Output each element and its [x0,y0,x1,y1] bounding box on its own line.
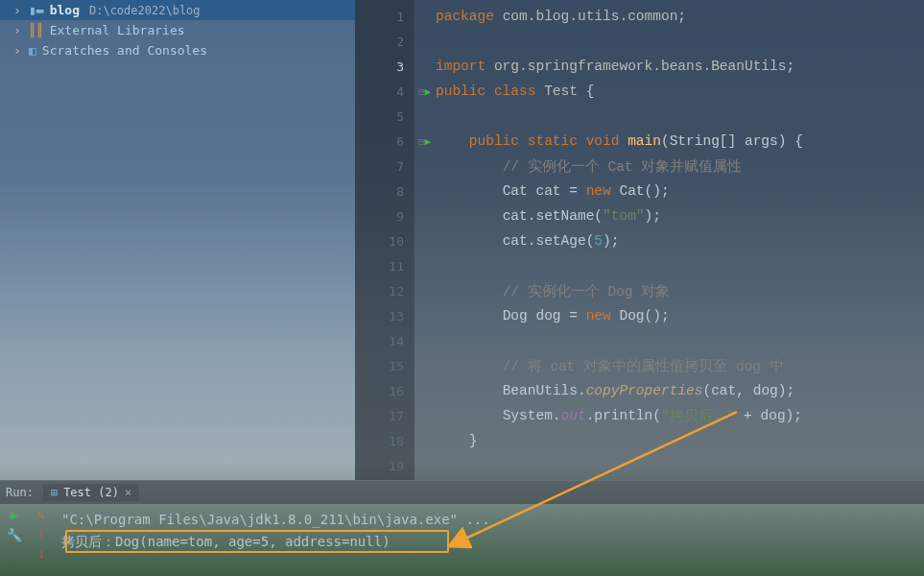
run-tool-window: Run: ⊞ Test (2) × ▶ 🔧 ✎ ↑ ↓ "C:\Program … [0,480,924,576]
folding-column[interactable]: ⊟⊟⌃ [415,0,428,480]
fold-marker[interactable] [415,278,428,303]
fold-marker[interactable] [415,29,428,54]
line-number[interactable]: 17 [355,403,414,428]
code-line[interactable] [428,328,924,353]
code-line[interactable] [428,104,924,129]
libraries-icon: ║║ [29,23,44,37]
project-path-label: D:\code2022\blog [89,4,201,17]
folder-icon: ▮▬ [29,3,44,17]
chevron-right-icon: › [13,43,23,58]
sidebar-item-label: External Libraries [50,23,185,37]
fold-marker[interactable] [415,54,428,79]
run-tab[interactable]: ⊞ Test (2) × [43,484,139,501]
console-line: 拷贝后：Dog(name=tom, age=5, address=null) [61,531,916,554]
line-number[interactable]: 18 [355,428,414,453]
code-line[interactable]: // 实例化一个 Dog 对象 [428,278,924,303]
fold-marker[interactable] [415,328,428,353]
code-line[interactable]: Dog dog = new Dog(); [428,303,924,328]
code-line[interactable]: Cat cat = new Cat(); [428,179,924,204]
chevron-right-icon: › [13,3,23,17]
code-line[interactable]: // 将 cat 对象中的属性值拷贝至 dog 中 [428,353,924,378]
code-editor[interactable]: 1234▶56▶78910111213141516171819 ⊟⊟⌃ pack… [355,0,924,480]
line-number[interactable]: 7 [355,154,414,179]
line-number[interactable]: 8 [355,179,414,204]
run-title-label: Run: [6,486,34,499]
fold-marker[interactable] [415,104,428,129]
fold-marker[interactable] [415,378,428,403]
settings-button[interactable]: 🔧 [7,528,22,542]
line-number[interactable]: 10 [355,228,414,253]
project-sidebar[interactable]: › ▮▬ blog D:\code2022\blog › ║║ External… [0,0,355,480]
fold-marker[interactable] [415,453,428,478]
scratches-icon: ◧ [29,43,36,58]
run-header: Run: ⊞ Test (2) × [0,481,924,504]
fold-marker[interactable] [415,253,428,278]
scroll-up-button[interactable]: ↑ [37,526,45,541]
sidebar-item-scratches[interactable]: › ◧ Scratches and Consoles [0,40,355,60]
code-line[interactable] [428,253,924,278]
run-gutter-icon[interactable]: ▶ [424,85,431,98]
fold-marker[interactable] [415,403,428,428]
code-line[interactable]: } [428,428,924,453]
run-toolbar: ▶ 🔧 [0,504,29,576]
code-line[interactable]: public static void main(String[] args) { [428,129,924,154]
code-line[interactable]: cat.setAge(5); [428,228,924,253]
console-output[interactable]: "C:\Program Files\Java\jdk1.8.0_211\bin\… [54,504,924,576]
code-line[interactable]: // 实例化一个 Cat 对象并赋值属性 [428,154,924,179]
run-gutter-icon[interactable]: ▶ [424,135,431,148]
line-number[interactable]: 3 [355,54,414,79]
line-number[interactable]: 6▶ [355,129,414,154]
line-number[interactable]: 1 [355,4,414,29]
project-name-label: blog [50,3,80,17]
scroll-down-button[interactable]: ↓ [37,545,45,561]
line-number[interactable]: 13 [355,303,414,328]
fold-marker[interactable] [415,154,428,179]
line-number[interactable]: 5 [355,104,414,129]
fold-marker[interactable]: ⌃ [415,428,428,453]
line-number[interactable]: 19 [355,453,414,478]
chevron-right-icon: › [13,23,23,37]
fold-marker[interactable] [415,4,428,29]
code-line[interactable]: cat.setName("tom"); [428,204,924,228]
code-area[interactable]: package com.blog.utils.common;import org… [428,0,924,480]
sidebar-item-external-libraries[interactable]: › ║║ External Libraries [0,20,355,40]
sidebar-item-label: Scratches and Consoles [42,43,207,58]
fold-marker[interactable] [415,353,428,378]
run-tab-label: Test (2) [63,486,119,499]
line-number[interactable]: 12 [355,278,414,303]
line-number[interactable]: 15 [355,353,414,378]
fold-marker[interactable] [415,179,428,204]
code-line[interactable]: BeanUtils.copyProperties(cat, dog); [428,378,924,403]
test-icon: ⊞ [51,486,58,499]
code-line[interactable]: System.out.println("拷贝后：" + dog); [428,403,924,428]
code-line[interactable]: public class Test { [428,79,924,104]
console-line: "C:\Program Files\Java\jdk1.8.0_211\bin\… [61,508,916,531]
line-number[interactable]: 16 [355,378,414,403]
line-number[interactable]: 11 [355,253,414,278]
edit-icon[interactable]: ✎ [37,508,45,522]
rerun-button[interactable]: ▶ [11,508,18,522]
close-icon[interactable]: × [125,486,131,499]
line-number[interactable]: 4▶ [355,79,414,104]
run-toolbar-2: ✎ ↑ ↓ [29,504,54,576]
line-number[interactable]: 2 [355,29,414,54]
code-line[interactable]: package com.blog.utils.common; [428,4,924,29]
line-number[interactable]: 14 [355,328,414,353]
code-line[interactable] [428,453,924,478]
fold-marker[interactable] [415,303,428,328]
fold-marker[interactable] [415,204,428,228]
fold-marker[interactable] [415,228,428,253]
sidebar-item-blog[interactable]: › ▮▬ blog D:\code2022\blog [0,0,355,20]
code-line[interactable]: import org.springframework.beans.BeanUti… [428,54,924,79]
editor-gutter[interactable]: 1234▶56▶78910111213141516171819 [355,0,415,480]
line-number[interactable]: 9 [355,204,414,228]
code-line[interactable] [428,29,924,54]
